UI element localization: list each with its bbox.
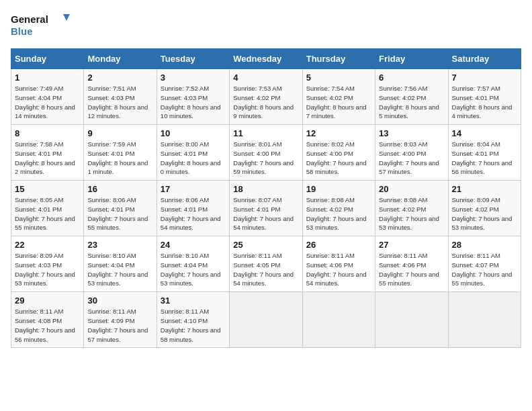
calendar-day-16: 16Sunrise: 8:06 AMSunset: 4:01 PMDayligh… [84, 181, 157, 236]
calendar-week-1: 8Sunrise: 7:58 AMSunset: 4:01 PMDaylight… [11, 125, 521, 181]
calendar-day-17: 17Sunrise: 8:06 AMSunset: 4:01 PMDayligh… [157, 181, 229, 236]
calendar-week-0: 1Sunrise: 7:49 AMSunset: 4:04 PMDaylight… [11, 69, 521, 125]
weekday-header-wednesday: Wednesday [230, 49, 302, 69]
calendar-day-23: 23Sunrise: 8:10 AMSunset: 4:04 PMDayligh… [84, 236, 157, 292]
calendar-day-28: 28Sunrise: 8:11 AMSunset: 4:07 PMDayligh… [448, 236, 521, 292]
calendar-day-3: 3Sunrise: 7:52 AMSunset: 4:03 PMDaylight… [157, 69, 229, 125]
calendar-day-9: 9Sunrise: 7:59 AMSunset: 4:01 PMDaylight… [84, 125, 157, 181]
weekday-header-thursday: Thursday [302, 49, 375, 69]
calendar-day-13: 13Sunrise: 8:03 AMSunset: 4:00 PMDayligh… [375, 125, 448, 181]
calendar-week-3: 22Sunrise: 8:09 AMSunset: 4:03 PMDayligh… [11, 236, 521, 292]
calendar-day-2: 2Sunrise: 7:51 AMSunset: 4:03 PMDaylight… [84, 69, 157, 125]
calendar-day-5: 5Sunrise: 7:54 AMSunset: 4:02 PMDaylight… [302, 69, 375, 125]
calendar-table: SundayMondayTuesdayWednesdayThursdayFrid… [11, 48, 521, 348]
page-header: General Blue [11, 11, 521, 40]
weekday-header-sunday: Sunday [11, 49, 84, 69]
calendar-week-2: 15Sunrise: 8:05 AMSunset: 4:01 PMDayligh… [11, 181, 521, 236]
calendar-day-30: 30Sunrise: 8:11 AMSunset: 4:09 PMDayligh… [84, 292, 157, 348]
calendar-day-29: 29Sunrise: 8:11 AMSunset: 4:08 PMDayligh… [11, 292, 84, 348]
weekday-header-friday: Friday [375, 49, 448, 69]
calendar-week-4: 29Sunrise: 8:11 AMSunset: 4:08 PMDayligh… [11, 292, 521, 348]
calendar-day-empty-w4c6 [448, 292, 521, 348]
calendar-day-empty-w4c4 [302, 292, 375, 348]
svg-text:Blue: Blue [11, 26, 33, 37]
calendar-day-14: 14Sunrise: 8:04 AMSunset: 4:01 PMDayligh… [448, 125, 521, 181]
calendar-day-24: 24Sunrise: 8:10 AMSunset: 4:04 PMDayligh… [157, 236, 229, 292]
weekday-header-monday: Monday [84, 49, 157, 69]
calendar-day-empty-w4c5 [375, 292, 448, 348]
calendar-day-15: 15Sunrise: 8:05 AMSunset: 4:01 PMDayligh… [11, 181, 84, 236]
logo: General Blue [11, 11, 71, 40]
calendar-day-19: 19Sunrise: 8:08 AMSunset: 4:02 PMDayligh… [302, 181, 375, 236]
calendar-day-20: 20Sunrise: 8:08 AMSunset: 4:02 PMDayligh… [375, 181, 448, 236]
calendar-day-6: 6Sunrise: 7:56 AMSunset: 4:02 PMDaylight… [375, 69, 448, 125]
calendar-day-12: 12Sunrise: 8:02 AMSunset: 4:00 PMDayligh… [302, 125, 375, 181]
calendar-day-11: 11Sunrise: 8:01 AMSunset: 4:00 PMDayligh… [230, 125, 302, 181]
calendar-day-10: 10Sunrise: 8:00 AMSunset: 4:01 PMDayligh… [157, 125, 229, 181]
calendar-day-26: 26Sunrise: 8:11 AMSunset: 4:06 PMDayligh… [302, 236, 375, 292]
weekday-header-saturday: Saturday [448, 49, 521, 69]
weekday-header-tuesday: Tuesday [157, 49, 229, 69]
calendar-day-18: 18Sunrise: 8:07 AMSunset: 4:01 PMDayligh… [230, 181, 302, 236]
calendar-day-25: 25Sunrise: 8:11 AMSunset: 4:05 PMDayligh… [230, 236, 302, 292]
svg-marker-2 [63, 14, 70, 21]
calendar-day-22: 22Sunrise: 8:09 AMSunset: 4:03 PMDayligh… [11, 236, 84, 292]
calendar-day-21: 21Sunrise: 8:09 AMSunset: 4:02 PMDayligh… [448, 181, 521, 236]
calendar-day-27: 27Sunrise: 8:11 AMSunset: 4:06 PMDayligh… [375, 236, 448, 292]
calendar-day-empty-w4c3 [230, 292, 302, 348]
svg-text:General: General [11, 13, 48, 25]
calendar-day-31: 31Sunrise: 8:11 AMSunset: 4:10 PMDayligh… [157, 292, 229, 348]
logo-icon: General Blue [11, 11, 71, 40]
calendar-day-7: 7Sunrise: 7:57 AMSunset: 4:01 PMDaylight… [448, 69, 521, 125]
calendar-day-4: 4Sunrise: 7:53 AMSunset: 4:02 PMDaylight… [230, 69, 302, 125]
calendar-day-1: 1Sunrise: 7:49 AMSunset: 4:04 PMDaylight… [11, 69, 84, 125]
calendar-day-8: 8Sunrise: 7:58 AMSunset: 4:01 PMDaylight… [11, 125, 84, 181]
